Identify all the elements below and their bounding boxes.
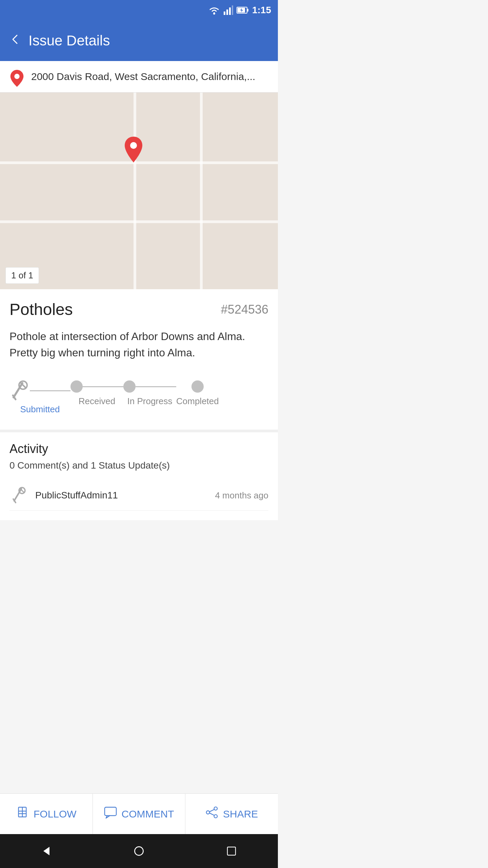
issue-description: Pothole at intersection of Arbor Downs a… xyxy=(9,328,268,361)
map-counter: 1 of 1 xyxy=(5,267,39,284)
step-node-completed xyxy=(191,380,204,393)
page-title: Issue Details xyxy=(28,33,110,49)
svg-line-27 xyxy=(209,813,214,815)
wifi-icon xyxy=(208,5,220,15)
step-node-received xyxy=(70,380,123,393)
map-view[interactable]: 1 of 1 xyxy=(0,93,278,289)
wrench-submitted-icon xyxy=(9,380,30,401)
step-label-completed: Completed xyxy=(176,396,219,407)
svg-rect-3 xyxy=(229,7,231,15)
svg-rect-2 xyxy=(226,9,228,15)
nav-home-button[interactable] xyxy=(129,841,149,861)
comment-button[interactable]: COMMENT xyxy=(93,794,186,834)
share-icon xyxy=(205,806,218,822)
activity-title: Activity xyxy=(9,442,268,456)
svg-line-10 xyxy=(14,383,22,397)
svg-point-8 xyxy=(14,74,19,79)
bottom-action-bar: FOLLOW COMMENT SHARE xyxy=(0,793,278,834)
signal-icon xyxy=(224,5,233,15)
map-pin xyxy=(123,136,144,164)
address-text: 2000 Davis Road, West Sacramento, Califo… xyxy=(31,71,255,82)
svg-rect-1 xyxy=(224,12,225,15)
comment-label: COMMENT xyxy=(122,808,174,820)
step-circle-inprogress xyxy=(123,380,136,393)
app-bar: Issue Details xyxy=(0,20,278,61)
map-road xyxy=(0,220,278,223)
status-progress: Submitted Received In Progress Completed xyxy=(9,377,268,421)
issue-number: #524536 xyxy=(221,302,268,317)
svg-rect-6 xyxy=(247,9,248,12)
svg-point-0 xyxy=(213,13,215,15)
step-line xyxy=(30,390,70,391)
svg-point-23 xyxy=(214,807,218,810)
step-node-submitted xyxy=(9,380,70,401)
svg-point-25 xyxy=(206,811,210,814)
battery-icon xyxy=(237,6,249,14)
step-label-received: Received xyxy=(79,396,115,407)
status-step-received: Received xyxy=(70,380,123,407)
step-line xyxy=(136,386,176,387)
activity-summary: 0 Comment(s) and 1 Status Update(s) xyxy=(9,460,268,471)
nav-back-button[interactable] xyxy=(36,841,57,861)
map-road xyxy=(134,93,136,289)
status-bar: 1:15 xyxy=(0,0,278,20)
issue-title: Potholes xyxy=(9,300,73,319)
svg-rect-30 xyxy=(227,847,236,855)
share-button[interactable]: SHARE xyxy=(185,794,278,834)
step-line xyxy=(83,386,123,387)
activity-time: 4 months ago xyxy=(215,490,268,501)
follow-icon xyxy=(16,806,29,822)
status-step-completed: Completed xyxy=(176,380,219,407)
step-label-inprogress: In Progress xyxy=(127,396,172,407)
step-label-submitted: Submitted xyxy=(20,404,60,415)
svg-point-24 xyxy=(214,815,218,818)
issue-content: Potholes #524536 Pothole at intersection… xyxy=(0,289,278,430)
android-nav-bar xyxy=(0,834,278,868)
comment-icon xyxy=(104,806,117,822)
time-display: 1:15 xyxy=(252,5,271,16)
svg-point-9 xyxy=(130,142,137,149)
address-row: 2000 Davis Road, West Sacramento, Califo… xyxy=(0,61,278,93)
follow-button[interactable]: FOLLOW xyxy=(0,794,93,834)
issue-header: Potholes #524536 xyxy=(9,300,268,319)
svg-line-26 xyxy=(209,809,214,812)
svg-marker-28 xyxy=(43,847,49,855)
share-label: SHARE xyxy=(223,808,258,820)
step-node-inprogress xyxy=(123,380,176,393)
activity-username: PublicStuffAdmin11 xyxy=(35,490,208,501)
svg-point-29 xyxy=(135,847,143,855)
address-location-icon xyxy=(9,69,24,84)
svg-rect-4 xyxy=(232,5,233,15)
nav-recents-button[interactable] xyxy=(221,841,242,861)
svg-line-14 xyxy=(14,489,21,501)
follow-label: FOLLOW xyxy=(34,808,77,820)
status-step-submitted: Submitted xyxy=(9,380,70,415)
activity-section: Activity 0 Comment(s) and 1 Status Updat… xyxy=(0,430,278,520)
map-road xyxy=(200,93,203,289)
activity-wrench-icon xyxy=(9,486,28,505)
status-step-inprogress: In Progress xyxy=(123,380,176,407)
step-circle-received xyxy=(70,380,83,393)
step-circle-completed xyxy=(191,380,204,393)
status-icons: 1:15 xyxy=(208,5,271,16)
svg-rect-22 xyxy=(104,807,116,816)
activity-item: PublicStuffAdmin11 4 months ago xyxy=(9,480,268,511)
back-button[interactable] xyxy=(8,33,22,49)
